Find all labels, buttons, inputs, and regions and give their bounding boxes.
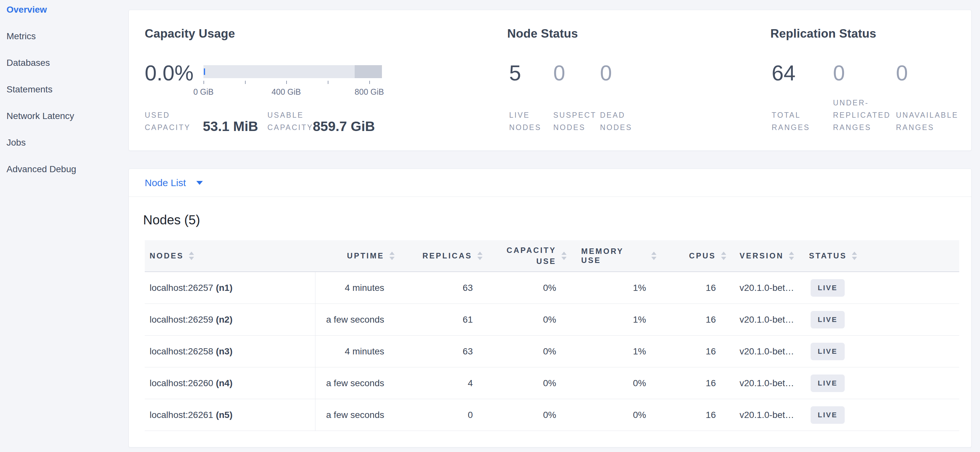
node-list-dropdown-label: Node List xyxy=(145,178,186,189)
node-address[interactable]: localhost:26260 xyxy=(150,378,213,389)
cell-memory-use: 0% xyxy=(581,367,670,399)
cell-uptime: 4 minutes xyxy=(315,272,395,303)
chevron-down-icon xyxy=(196,181,203,185)
table-row[interactable]: localhost:26260(n4)a few seconds40%0%16v… xyxy=(145,367,959,399)
column-header-uptime[interactable]: UPTIME xyxy=(315,240,395,271)
sidebar-item-statements[interactable]: Statements xyxy=(0,84,129,111)
cell-memory-use: 1% xyxy=(581,304,670,335)
cell-version: v20.1.0-bet… xyxy=(740,367,809,399)
column-header-cpus[interactable]: CPUS xyxy=(670,240,740,271)
capacity-axis-tick xyxy=(369,81,370,84)
sort-icon xyxy=(562,252,566,260)
status-badge: LIVE xyxy=(811,343,845,360)
sidebar-item-jobs[interactable]: Jobs xyxy=(0,138,129,164)
node-address[interactable]: localhost:26259 xyxy=(150,314,213,325)
cell-cpus: 16 xyxy=(670,367,740,399)
sort-icon xyxy=(789,252,794,260)
sort-icon xyxy=(721,252,726,260)
cell-address: localhost:26259(n2) xyxy=(145,304,315,335)
sort-up-arrow-icon xyxy=(562,252,566,255)
cell-status: LIVE xyxy=(809,336,959,367)
capacity-bar-other-segment xyxy=(355,65,382,78)
cell-version: v20.1.0-bet… xyxy=(740,304,809,335)
cell-uptime: a few seconds xyxy=(315,304,395,335)
column-header-address[interactable]: NODES xyxy=(145,240,315,271)
cell-capacity-use: 0% xyxy=(482,272,581,303)
sort-up-arrow-icon xyxy=(789,252,794,255)
cell-status: LIVE xyxy=(809,399,959,431)
column-header-version[interactable]: VERSION xyxy=(740,240,809,271)
dead-nodes-count: 0 xyxy=(600,61,612,85)
cell-capacity-use: 0% xyxy=(482,336,581,367)
node-status-title: Node Status xyxy=(507,27,578,41)
cell-capacity-use: 0% xyxy=(482,304,581,335)
node-id: (n2) xyxy=(216,314,232,325)
cell-memory-use: 1% xyxy=(581,272,670,303)
sort-up-arrow-icon xyxy=(390,252,395,255)
table-row[interactable]: localhost:26261(n5)a few seconds00%0%16v… xyxy=(145,399,959,431)
status-badge: LIVE xyxy=(811,279,845,297)
sidebar: OverviewMetricsDatabasesStatementsNetwor… xyxy=(0,5,129,191)
node-list-dropdown[interactable]: Node List xyxy=(129,169,971,197)
cell-version: v20.1.0-bet… xyxy=(740,399,809,431)
capacity-axis-tick xyxy=(245,81,246,84)
sort-icon xyxy=(477,252,482,260)
capacity-axis-tick xyxy=(286,81,287,84)
capacity-usage-bar xyxy=(204,65,382,78)
table-row[interactable]: localhost:26259(n2)a few seconds610%1%16… xyxy=(145,304,959,336)
column-header-label: CAPACITY USE xyxy=(501,245,556,267)
column-header-status[interactable]: STATUS xyxy=(809,240,959,271)
column-header-label: NODES xyxy=(150,251,184,260)
capacity-axis-tick-label: 800 GiB xyxy=(347,87,392,97)
cell-replicas: 63 xyxy=(395,336,482,367)
sidebar-item-advanced-debug[interactable]: Advanced Debug xyxy=(0,164,129,191)
node-address[interactable]: localhost:26258 xyxy=(150,346,213,357)
nodes-table-header: NODESUPTIMEREPLICASCAPACITY USEMEMORY US… xyxy=(145,240,959,272)
replication-status-title: Replication Status xyxy=(770,27,876,41)
sort-icon xyxy=(390,252,395,260)
column-header-capacity-use[interactable]: CAPACITY USE xyxy=(482,240,581,271)
sidebar-item-metrics[interactable]: Metrics xyxy=(0,31,129,58)
cell-uptime: a few seconds xyxy=(315,399,395,431)
node-address[interactable]: localhost:26261 xyxy=(150,410,213,420)
sort-down-arrow-icon xyxy=(477,257,482,260)
column-header-replicas[interactable]: REPLICAS xyxy=(395,240,482,271)
nodes-section-title: Nodes (5) xyxy=(143,213,200,227)
sidebar-item-overview[interactable]: Overview xyxy=(0,5,129,31)
column-header-label: VERSION xyxy=(740,251,784,260)
dead-nodes-label: DEAD NODES xyxy=(600,109,634,133)
sort-down-arrow-icon xyxy=(651,257,657,260)
cell-capacity-use: 0% xyxy=(482,367,581,399)
column-header-memory-use[interactable]: MEMORY USE xyxy=(581,240,670,271)
capacity-usage-title: Capacity Usage xyxy=(145,27,235,41)
cell-capacity-use: 0% xyxy=(482,399,581,431)
cell-address: localhost:26260(n4) xyxy=(145,367,315,399)
sort-icon xyxy=(189,252,194,260)
cell-status: LIVE xyxy=(809,367,959,399)
unavailable-ranges-count: 0 xyxy=(896,61,908,85)
cell-memory-use: 0% xyxy=(581,399,670,431)
cell-replicas: 4 xyxy=(395,367,482,399)
cluster-summary-card: Capacity Usage Node Status Replication S… xyxy=(129,10,972,151)
node-list-card: Node List Nodes (5) NODESUPTIMEREPLICASC… xyxy=(129,169,972,447)
node-address[interactable]: localhost:26257 xyxy=(150,283,213,293)
table-row[interactable]: localhost:26258(n3)4 minutes630%1%16v20.… xyxy=(145,336,959,367)
cell-replicas: 0 xyxy=(395,399,482,431)
sort-down-arrow-icon xyxy=(562,257,566,260)
cell-cpus: 16 xyxy=(670,272,740,303)
sidebar-item-network-latency[interactable]: Network Latency xyxy=(0,111,129,138)
cell-uptime: 4 minutes xyxy=(315,336,395,367)
under-replicated-ranges-count: 0 xyxy=(833,61,845,85)
cell-address: localhost:26257(n1) xyxy=(145,272,315,303)
table-row[interactable]: localhost:26257(n1)4 minutes630%1%16v20.… xyxy=(145,272,959,304)
sort-down-arrow-icon xyxy=(721,257,726,260)
cell-version: v20.1.0-bet… xyxy=(740,336,809,367)
unavailable-ranges-label: UNAVAILABLE RANGES xyxy=(896,109,967,133)
cockroachdb-admin-overview: { "sidebar": { "items": [ { "label": "Ov… xyxy=(0,0,980,452)
capacity-stat-label-used-capacity: USED CAPACITY xyxy=(145,109,197,133)
sidebar-item-databases[interactable]: Databases xyxy=(0,58,129,84)
sort-up-arrow-icon xyxy=(651,252,657,255)
node-id: (n4) xyxy=(216,378,232,389)
node-id: (n3) xyxy=(216,346,232,357)
nodes-table-body: localhost:26257(n1)4 minutes630%1%16v20.… xyxy=(145,272,959,431)
